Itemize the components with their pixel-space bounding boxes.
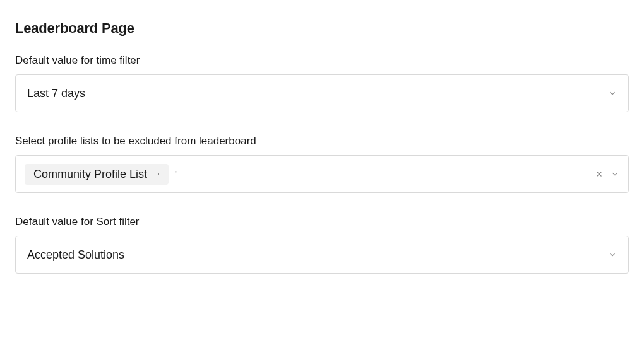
exclude-lists-select[interactable]: Community Profile List " (15, 155, 629, 193)
page-title: Leaderboard Page (15, 20, 629, 37)
tag-label: Community Profile List (33, 168, 147, 181)
time-filter-value: Last 7 days (27, 87, 598, 100)
sort-filter-value: Accepted Solutions (27, 248, 598, 262)
sort-filter-select[interactable]: Accepted Solutions (15, 236, 629, 274)
time-filter-label: Default value for time filter (15, 54, 629, 67)
remove-tag-icon[interactable] (153, 169, 164, 179)
exclude-lists-field: Select profile lists to be excluded from… (15, 135, 629, 193)
sort-filter-label: Default value for Sort filter (15, 216, 629, 228)
tag-community-profile-list: Community Profile List (25, 164, 169, 185)
exclude-lists-label: Select profile lists to be excluded from… (15, 135, 629, 148)
time-filter-field: Default value for time filter Last 7 day… (15, 54, 629, 112)
input-cursor: " (175, 170, 177, 178)
sort-filter-field: Default value for Sort filter Accepted S… (15, 216, 629, 274)
time-filter-select[interactable]: Last 7 days (15, 74, 629, 112)
chevron-down-icon (608, 89, 617, 98)
chevron-down-icon (608, 250, 617, 259)
clear-all-icon[interactable] (594, 169, 604, 179)
chevron-down-icon[interactable] (611, 170, 619, 178)
multiselect-actions (594, 169, 619, 179)
